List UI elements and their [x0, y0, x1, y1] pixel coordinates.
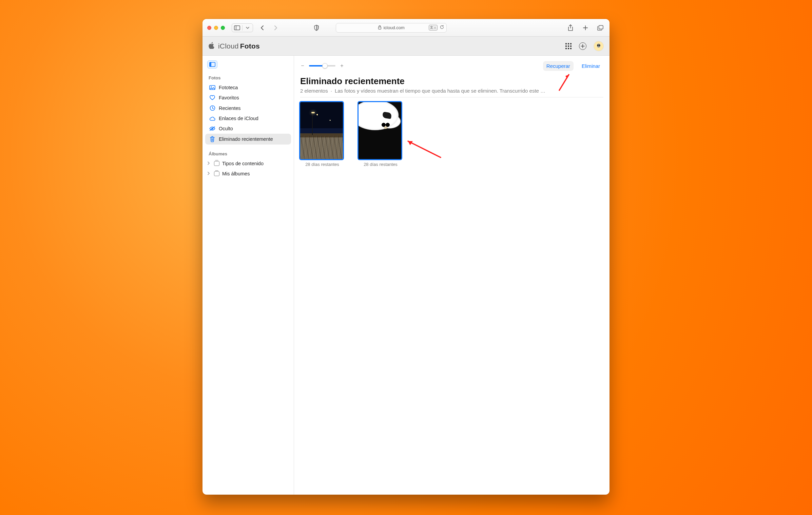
brand-name: Fotos	[240, 42, 260, 50]
heart-icon	[209, 95, 215, 100]
recover-button[interactable]: Recuperar	[543, 61, 574, 71]
sidebar-item-hidden[interactable]: Oculto	[205, 123, 291, 134]
photo-thumbnail[interactable]	[300, 102, 343, 159]
sidebar-album-media-types[interactable]: Tipos de contenido	[205, 158, 291, 169]
page-title: Eliminado recientemente	[300, 76, 603, 87]
sidebar-item-recently-deleted[interactable]: Eliminado recientemente	[205, 134, 291, 145]
sidebar-album-my-albums[interactable]: Mis álbumes	[205, 169, 291, 179]
window-controls	[207, 26, 225, 30]
sidebar-section-photos: Fotos	[205, 73, 291, 82]
share-icon[interactable]	[566, 23, 575, 32]
photo-item[interactable]: 28 días restantes	[359, 102, 403, 167]
reload-icon[interactable]	[440, 25, 444, 31]
divider	[300, 97, 603, 97]
sidebar-item-icloud-links[interactable]: Enlaces de iCloud	[205, 113, 291, 123]
account-avatar[interactable]	[594, 41, 603, 51]
sidebar-item-label: Oculto	[219, 126, 233, 131]
album-stack-icon	[214, 171, 219, 176]
album-stack-icon	[214, 161, 219, 166]
toggle-sidebar-button[interactable]	[232, 24, 242, 32]
chevron-right-icon	[207, 171, 211, 176]
address-domain: icloud.com	[384, 25, 405, 30]
item-count: 2 elementos	[300, 88, 328, 94]
sidebar-item-label: Fototeca	[219, 85, 238, 90]
days-remaining-label: 28 días restantes	[359, 162, 403, 167]
separator: ·	[331, 88, 332, 94]
svg-rect-5	[599, 25, 603, 29]
svg-point-16	[211, 87, 212, 88]
cloud-icon	[209, 116, 215, 121]
upload-plus-icon[interactable]	[579, 42, 586, 50]
lock-icon	[378, 25, 382, 31]
fullscreen-window-button[interactable]	[221, 26, 225, 30]
sidebar-menu-chevron[interactable]	[243, 24, 253, 32]
days-remaining-label: 28 días restantes	[300, 162, 344, 167]
privacy-shield-icon[interactable]	[312, 23, 321, 32]
app-brand: iCloudFotos	[218, 42, 260, 50]
translate-pill-icon[interactable]: 文A	[429, 25, 437, 31]
sidebar-section-albums: Álbumes	[205, 149, 291, 158]
thumbnail-grid: 28 días restantes 28 días restantes	[300, 102, 603, 167]
svg-point-11	[598, 45, 598, 45]
svg-point-12	[599, 45, 600, 45]
zoom-out-button[interactable]: −	[300, 63, 305, 69]
zoom-slider-thumb[interactable]	[322, 63, 328, 69]
trash-icon	[209, 136, 215, 142]
album-label: Tipos de contenido	[222, 161, 264, 166]
back-button[interactable]	[258, 23, 267, 32]
clock-icon	[209, 105, 215, 111]
new-tab-icon[interactable]	[581, 23, 590, 32]
zoom-slider[interactable]	[309, 65, 335, 66]
sidebar-item-label: Eliminado recientemente	[219, 136, 273, 142]
eye-slash-icon	[209, 126, 215, 131]
forward-button[interactable]	[271, 23, 280, 32]
apple-logo-icon	[209, 42, 215, 50]
sidebar-item-library[interactable]: Fototeca	[205, 82, 291, 93]
zoom-control: − +	[300, 63, 344, 69]
album-label: Mis álbumes	[222, 171, 250, 176]
sidebar-panel-toggle-button[interactable]	[207, 60, 217, 69]
brand-prefix: iCloud	[218, 42, 239, 50]
content-toolbar: − + Recuperar Eliminar	[300, 59, 603, 73]
apps-grid-icon[interactable]	[565, 43, 572, 49]
delete-button[interactable]: Eliminar	[578, 61, 603, 71]
main-columns: Fotos Fototeca Favoritos Recientes	[202, 56, 610, 495]
sidebar-item-label: Favoritos	[219, 95, 239, 100]
zoom-in-button[interactable]: +	[340, 63, 344, 69]
svg-rect-0	[234, 25, 240, 30]
sidebar: Fotos Fototeca Favoritos Recientes	[202, 56, 294, 495]
safari-toolbar: icloud.com 文A	[202, 19, 610, 37]
sidebar-toggle-group	[232, 23, 253, 32]
svg-rect-14	[210, 62, 211, 67]
description-text: Las fotos y vídeos muestran el tiempo qu…	[335, 88, 545, 94]
address-bar[interactable]: icloud.com 文A	[336, 23, 447, 33]
sidebar-item-label: Enlaces de iCloud	[219, 116, 258, 121]
sidebar-item-label: Recientes	[219, 106, 240, 111]
svg-rect-2	[378, 27, 381, 29]
sidebar-item-recents[interactable]: Recientes	[205, 103, 291, 113]
photo-item[interactable]: 28 días restantes	[300, 102, 344, 167]
photo-thumbnail[interactable]	[359, 102, 401, 159]
minimize-window-button[interactable]	[214, 26, 218, 30]
close-window-button[interactable]	[207, 26, 211, 30]
sidebar-item-favorites[interactable]: Favoritos	[205, 93, 291, 103]
chevron-right-icon	[207, 161, 211, 166]
library-icon	[209, 85, 215, 90]
content-area: − + Recuperar Eliminar Eliminado recient…	[294, 56, 610, 495]
app-header: iCloudFotos	[202, 37, 610, 56]
tabs-overview-icon[interactable]	[596, 23, 605, 32]
safari-window: icloud.com 文A	[202, 19, 610, 495]
page-subtitle: 2 elementos · Las fotos y vídeos muestra…	[300, 88, 603, 94]
